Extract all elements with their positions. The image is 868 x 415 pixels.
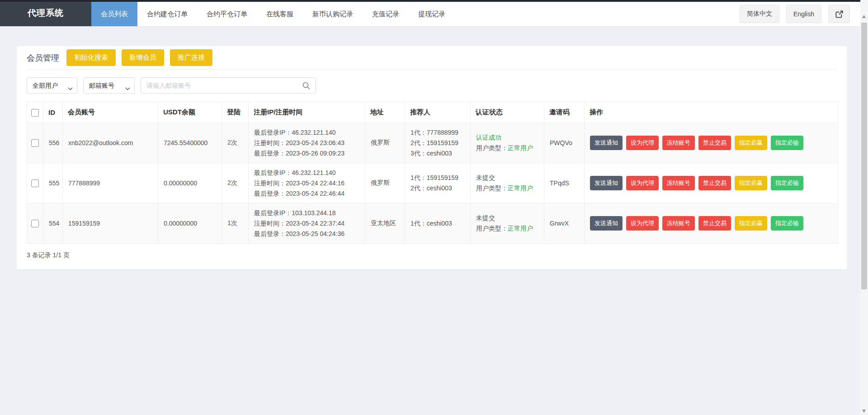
nav-tab-deposit-records[interactable]: 充值记录 (363, 2, 409, 26)
column-header: 操作 (585, 102, 838, 123)
action-force-win-button[interactable]: 指定必赢 (735, 176, 767, 190)
scroll-down-arrow[interactable] (862, 410, 866, 413)
action-set-agent-button[interactable]: 设为代理 (626, 136, 659, 150)
search-field-select-wrap: 邮箱账号 (83, 77, 135, 94)
auth-status: 未提交 (476, 214, 495, 222)
record-count: 3 条记录 1/1 页 (27, 251, 837, 259)
card-header: 会员管理 初始化搜索新增会员推广连接 (27, 46, 837, 70)
action-set-agent-button[interactable]: 设为代理 (626, 176, 659, 190)
select-all-checkbox[interactable] (31, 109, 39, 117)
nav-tabs: 会员列表合约建仓订单合约平仓订单在线客服新币认购记录充值记录提现记录 (91, 2, 455, 26)
user-type-select[interactable]: 全部用户 (27, 77, 77, 94)
login-count: 1次 (222, 203, 249, 244)
member-address: 俄罗斯 (365, 123, 405, 163)
user-type: 正常用户 (508, 225, 533, 232)
action-force-lose-button[interactable]: 指定必输 (771, 176, 803, 190)
login-count: 2次 (222, 123, 249, 163)
search-field-select[interactable]: 邮箱账号 (83, 77, 135, 94)
auth-status: 认证成功 (476, 134, 501, 141)
action-send-notice-button[interactable]: 发送通知 (590, 216, 623, 231)
user-type: 正常用户 (508, 144, 533, 151)
row-checkbox[interactable] (31, 179, 39, 187)
action-force-lose-button[interactable]: 指定必输 (771, 216, 803, 231)
column-header: 登陆 (222, 102, 249, 123)
member-management-card: 会员管理 初始化搜索新增会员推广连接 全部用户 邮箱账号 (17, 46, 847, 269)
row-checkbox[interactable] (31, 139, 39, 147)
app-brand: 代理系统 (0, 0, 91, 26)
referrers: 1代：7778889992代：1591591593代：ceshi003 (405, 123, 471, 163)
page-content: 会员管理 初始化搜索新增会员推广连接 全部用户 邮箱账号 (0, 26, 868, 269)
add-member-button[interactable]: 新增会员 (122, 49, 164, 66)
auth-status: 未提交 (476, 174, 495, 181)
member-id: 555 (43, 163, 63, 203)
column-header: 推荐人 (405, 102, 471, 123)
action-force-win-button[interactable]: 指定必赢 (735, 136, 767, 150)
action-send-notice-button[interactable]: 发送通知 (590, 136, 623, 150)
nav-tab-contract-open-orders[interactable]: 合约建仓订单 (137, 2, 197, 26)
action-ban-trade-button[interactable]: 禁止交易 (698, 216, 731, 231)
scrollbar-thumb[interactable] (861, 23, 867, 289)
usdt-balance: 0.00000000 (158, 163, 222, 203)
action-force-lose-button[interactable]: 指定必输 (771, 136, 803, 150)
select-all-cell (27, 102, 43, 123)
column-header: ID (43, 102, 63, 123)
invite-code: TPqdS (544, 163, 585, 203)
register-info: 最后登录IP：46.232.121.140注册时间：2023-05-24 23:… (249, 123, 365, 163)
logout-button[interactable] (828, 5, 850, 23)
lang-en-button[interactable]: English (786, 5, 821, 23)
row-actions: 发送通知设为代理冻结账号禁止交易指定必赢指定必输 (585, 123, 838, 163)
action-send-notice-button[interactable]: 发送通知 (590, 176, 623, 190)
init-search-button[interactable]: 初始化搜索 (66, 49, 116, 66)
action-force-win-button[interactable]: 指定必赢 (735, 216, 767, 231)
usdt-balance: 0.00000000 (158, 203, 222, 244)
column-header: 会员账号 (63, 102, 158, 123)
member-address: 亚太地区 (365, 203, 405, 244)
nav-tab-withdraw-records[interactable]: 提现记录 (409, 2, 455, 26)
action-ban-trade-button[interactable]: 禁止交易 (698, 176, 731, 190)
action-ban-trade-button[interactable]: 禁止交易 (698, 136, 731, 150)
search-input[interactable] (141, 77, 316, 94)
user-type: 正常用户 (508, 184, 533, 192)
action-freeze-account-button[interactable]: 冻结账号 (662, 216, 695, 231)
nav-tab-contract-close-orders[interactable]: 合约平仓订单 (197, 2, 257, 26)
search-icon[interactable] (302, 81, 311, 92)
lang-buttons: 简体中文English (740, 5, 821, 23)
table-row: 555 777888999 0.00000000 2次 最后登录IP：46.23… (27, 163, 838, 203)
action-set-agent-button[interactable]: 设为代理 (626, 216, 659, 231)
top-strip (0, 0, 860, 2)
members-table: ID会员账号USDT余额登陆注册IP/注册时间地址推荐人认证状态邀请码操作 55… (27, 102, 838, 244)
user-type-label: 用户类型： (476, 184, 508, 192)
nav-tab-online-service[interactable]: 在线客服 (257, 2, 303, 26)
register-info: 最后登录IP：46.232.121.140注册时间：2023-05-24 22:… (249, 163, 365, 203)
member-account: 777888999 (63, 163, 158, 203)
scroll-up-arrow[interactable] (862, 15, 866, 18)
user-type-label: 用户类型： (476, 225, 508, 232)
nav-tab-new-coin-records[interactable]: 新币认购记录 (303, 2, 363, 26)
nav-right: 简体中文English (740, 2, 868, 26)
auth-status-cell: 未提交 用户类型：正常用户 (471, 163, 544, 203)
action-freeze-account-button[interactable]: 冻结账号 (662, 136, 695, 150)
navbar: 代理系统 会员列表合约建仓订单合约平仓订单在线客服新币认购记录充值记录提现记录 … (0, 0, 868, 26)
filter-row: 全部用户 邮箱账号 (27, 77, 837, 94)
login-count: 2次 (222, 163, 249, 203)
member-address: 俄罗斯 (365, 163, 405, 203)
row-checkbox[interactable] (31, 220, 39, 227)
column-header: 地址 (365, 102, 405, 123)
action-freeze-account-button[interactable]: 冻结账号 (662, 176, 695, 190)
invite-code: GrwvX (544, 203, 585, 244)
column-header: 认证状态 (471, 102, 544, 123)
column-header: 邀请码 (544, 102, 585, 123)
auth-status-cell: 未提交 用户类型：正常用户 (471, 203, 544, 244)
lang-zh-button[interactable]: 简体中文 (740, 5, 779, 23)
referrers: 1代：ceshi003 (405, 203, 471, 244)
nav-tab-member-list[interactable]: 会员列表 (91, 2, 137, 26)
member-account: xnb2022@outlook.com (63, 123, 158, 163)
invite-code: PWQVo (544, 123, 585, 163)
row-actions: 发送通知设为代理冻结账号禁止交易指定必赢指定必输 (585, 203, 838, 244)
promo-link-button[interactable]: 推广连接 (170, 49, 212, 66)
register-info: 最后登录IP：103.103.244.18注册时间：2023-05-24 22:… (249, 203, 365, 244)
member-account: 159159159 (63, 203, 158, 244)
page-title: 会员管理 (27, 52, 59, 63)
panel-actions: 初始化搜索新增会员推广连接 (66, 49, 212, 66)
member-id: 556 (43, 123, 63, 163)
